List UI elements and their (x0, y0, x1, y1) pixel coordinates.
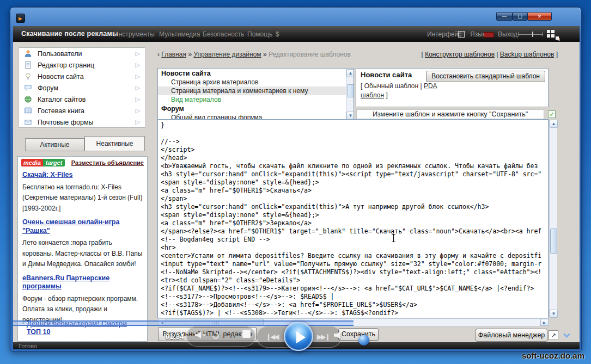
template-code-editor[interactable]: } //--> </script> </head> <b>Уважаемый г… (157, 119, 549, 318)
sidebar-item-page-editor[interactable]: Редактор страниц ▷ (19, 59, 145, 71)
template-backup-link[interactable]: Backup шаблонов (500, 51, 554, 58)
sidebar-item-label: Пользователи (38, 50, 82, 58)
menu-exit[interactable]: Выход (498, 30, 517, 38)
user-icon (24, 50, 32, 58)
resize-grid-icon[interactable]: ◄ (547, 30, 557, 39)
ad-item: Очень смешная онлайн-игра "Рашка" Лето к… (18, 215, 147, 271)
ad-title-link[interactable]: Скачай: X-Files (22, 171, 143, 180)
stop-button[interactable] (242, 330, 251, 338)
player-viewport: Скачивание после рекламы Инструменты Мул… (13, 26, 580, 349)
volume-slider[interactable] (518, 34, 543, 35)
language-flag-icon[interactable] (484, 32, 494, 38)
book-icon (24, 107, 32, 115)
ad-title-link[interactable]: eBanners.Ru Партнерские программы (22, 274, 143, 291)
site-watermark: soft-ucoz.do.am (522, 351, 584, 360)
tab-inactive-templates[interactable]: Неактивные (84, 136, 145, 151)
chevron-right-icon: ▷ (136, 119, 140, 126)
restore-default-template-button[interactable]: Восстановить стандартный шаблон (426, 71, 545, 82)
sidebar-item-label: Гостевая книга (38, 107, 84, 115)
sidebar-item-site-news[interactable]: Новости сайта ▷ (19, 71, 145, 82)
template-list-scrollbar[interactable]: ▲ ▼ (346, 69, 354, 120)
chevron-right-icon: ▷ (136, 50, 140, 57)
ads-panel: media target Разместить объявление Скача… (17, 156, 148, 342)
chevron-right-icon: ▷ (136, 84, 140, 91)
sidebar-item-forum[interactable]: Форум ▷ (19, 82, 145, 94)
place-ad-link[interactable]: Разместить объявление (71, 159, 144, 166)
template-list: Новости сайта Страница архив материалов … (157, 68, 354, 120)
sidebar-item-label: Почтовые формы (38, 119, 94, 126)
playback-time: 01:34 (166, 332, 184, 341)
breadcrumb-home-link[interactable]: Главная (161, 51, 186, 58)
ad-body: Бесплатно на torrnado.ru: X-Files (Секре… (22, 182, 143, 214)
page-icon (24, 61, 32, 69)
editor-hint: Измените шаблон и нажмите кнопку "Сохран… (356, 109, 544, 119)
sidebar-item-mail-forms[interactable]: Почтовые формы ▷ (19, 116, 145, 128)
bulb-icon (24, 72, 32, 81)
menu-interface[interactable]: Интерфейс (427, 30, 461, 38)
chevron-right-icon: ▷ (136, 96, 140, 103)
template-info-panel: Новости сайта [ Обычный шаблон | PDA шаб… (356, 68, 549, 107)
file-manager-button[interactable]: Файловый менеджер (476, 329, 547, 342)
editor-vertical-scrollbar[interactable]: ▲ ▼ (549, 120, 557, 318)
play-button[interactable] (284, 322, 313, 351)
text-cursor (393, 235, 394, 242)
scroll-right-icon[interactable]: ► (540, 319, 549, 326)
sidebar-item-site-catalog[interactable]: Каталог сайтов ▷ (19, 94, 145, 105)
close-button[interactable]: ✕ (527, 12, 552, 21)
variant-normal: Обычный шаблон (364, 82, 418, 90)
breadcrumb-right-links: [ Конструктор шаблонов | Backup шаблонов… (421, 51, 558, 58)
sidebar-item-users[interactable]: Пользователи ▷ (19, 48, 145, 59)
breadcrumb-current: Редактирование шаблонов (269, 51, 351, 58)
scroll-up-icon[interactable]: ▲ (550, 120, 558, 128)
breadcrumb-design-link[interactable]: Управление дизайном (193, 51, 261, 58)
template-constructor-link[interactable]: Конструктор шаблонов (425, 51, 495, 58)
sidebar-item-label: Форум (38, 84, 58, 92)
mediatarget-logo: media target (21, 159, 65, 166)
template-group-title: Новости сайта (158, 69, 354, 78)
maximize-button[interactable]: ▢ (513, 12, 527, 21)
ad-title-link[interactable]: Очень смешная онлайн-игра "Рашка" (22, 218, 143, 235)
player-menubar: Скачивание после рекламы Инструменты Мул… (13, 26, 580, 42)
menu-multimedia[interactable]: Мультимедиа (159, 30, 200, 38)
previous-button[interactable]: ❙◀◀ (266, 333, 278, 341)
menu-help[interactable]: Помощь (247, 30, 272, 38)
menu-security[interactable]: Безопасность (203, 30, 245, 38)
minimize-button[interactable]: — (496, 12, 513, 21)
template-item[interactable]: Страница архив материалов (158, 78, 354, 87)
volume-ball-icon[interactable] (358, 335, 369, 346)
menu-tools[interactable]: Инструменты (114, 30, 155, 38)
menu-language[interactable]: Язык (470, 30, 485, 38)
code-text: } //--> </script> </head> <b>Уважаемый г… (161, 121, 548, 317)
mail-icon (24, 118, 32, 126)
player-window: ▶ — ▢ ✕ Скачивание после рекламы Инструм… (10, 7, 582, 351)
globe-icon (24, 95, 32, 103)
forum-icon (24, 84, 32, 92)
status-text: Готово (19, 343, 37, 349)
chevron-right-icon: ▷ (136, 73, 140, 80)
template-item-selected[interactable]: Страница материала и комментариев к нему (158, 87, 354, 95)
template-name-title: Новости сайта (361, 71, 412, 79)
template-variants: [ Обычный шаблон | PDA шаблон ] (361, 82, 448, 101)
video-title: Скачивание после рекламы (21, 30, 118, 38)
template-item[interactable]: Вид материалов (158, 95, 354, 104)
menu-dollar[interactable]: $ (276, 30, 279, 38)
scroll-down-icon[interactable]: ▼ (550, 310, 558, 318)
scroll-down-icon[interactable]: ▼ (346, 112, 354, 120)
chevron-down-icon[interactable] (563, 331, 570, 338)
admin-sidebar: Пользователи ▷ Редактор страниц ▷ Новост… (19, 47, 145, 128)
sidebar-item-label: Каталог сайтов (38, 96, 86, 103)
interface-checkbox[interactable] (458, 31, 465, 38)
breadcrumb-arrow: › (157, 51, 160, 58)
open-in-window-icon[interactable]: ↗ (549, 330, 558, 340)
chevron-right-icon: ▷ (136, 61, 140, 69)
scroll-up-icon[interactable]: ▲ (346, 69, 354, 77)
tab-active-templates[interactable]: Активные (25, 138, 84, 151)
sidebar-item-label: Редактор страниц (38, 61, 94, 69)
chevron-right-icon: ▷ (136, 107, 140, 114)
autocheck-checkbox[interactable]: ✓ (548, 110, 556, 118)
player-app-icon: ▶ (16, 14, 25, 23)
next-button[interactable]: ▶▶❙ (317, 333, 330, 341)
ad-item: Деньги вебмастерам! Смотри ТОП 10 (22, 317, 143, 338)
ad-item: Скачай: X-Files Бесплатно на torrnado.ru… (18, 168, 147, 215)
sidebar-item-guestbook[interactable]: Гостевая книга ▷ (19, 105, 145, 116)
